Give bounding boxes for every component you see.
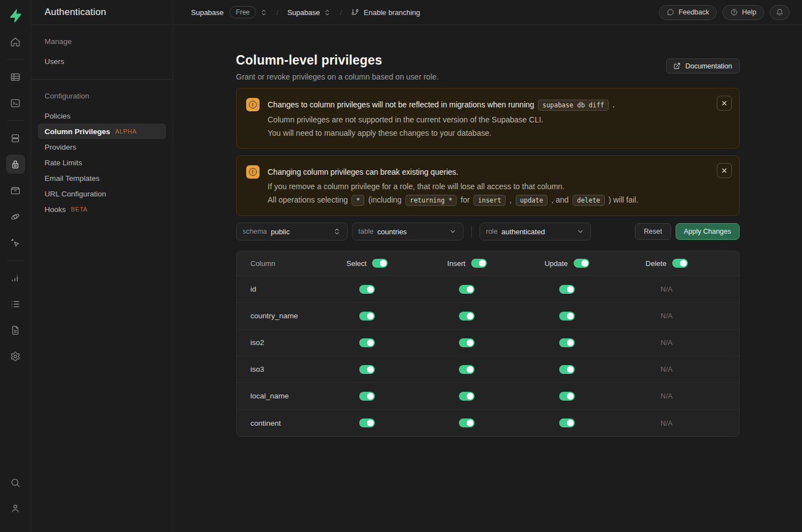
select-toggle[interactable] <box>359 365 375 374</box>
table-select[interactable]: table countries <box>352 223 463 240</box>
table-header-row: Column Select Insert Update <box>237 251 739 276</box>
update-toggle[interactable] <box>559 312 575 321</box>
delete-na: N/A <box>661 285 673 293</box>
delete-na: N/A <box>661 338 673 347</box>
filter-bar: schema public table countries <box>236 223 740 240</box>
main-area: Supabase Free / Supabase / Enable branch… <box>173 0 802 532</box>
sidebar-item-hooks[interactable]: Hooks BETA <box>38 201 166 217</box>
help-button[interactable]: Help <box>722 5 764 20</box>
warning-icon: ! <box>246 165 260 179</box>
banner-line: If you remove a column privilege for a r… <box>268 181 639 192</box>
banner-line: Column privileges are not supported in t… <box>268 114 615 125</box>
notifications-button[interactable] <box>770 5 790 20</box>
profile-icon[interactable] <box>6 499 25 518</box>
sidebar-nav: Manage Users Configuration Policies Colu… <box>31 25 173 229</box>
rail-divider <box>7 59 24 60</box>
insert-header: Insert <box>417 259 517 268</box>
insert-all-toggle[interactable] <box>471 259 487 268</box>
delete-na: N/A <box>661 365 673 373</box>
delete-na: N/A <box>661 312 673 320</box>
logs-icon[interactable] <box>6 294 25 313</box>
sidebar-item-column-privileges[interactable]: Column Privileges ALPHA <box>38 124 166 139</box>
realtime-icon[interactable] <box>6 233 25 252</box>
search-icon[interactable] <box>6 473 25 492</box>
topbar: Supabase Free / Supabase / Enable branch… <box>173 0 802 25</box>
table-editor-icon[interactable] <box>6 67 25 86</box>
chevron-down-icon <box>576 228 584 235</box>
documentation-button[interactable]: Documentation <box>666 58 739 73</box>
enable-branching-button[interactable]: Enable branching <box>351 8 420 17</box>
sql-editor-icon[interactable] <box>6 93 25 112</box>
section-heading-manage: Manage <box>38 37 166 46</box>
insert-toggle[interactable] <box>459 418 475 427</box>
insert-toggle[interactable] <box>459 338 475 347</box>
page-header: Column-level privileges Grant or revoke … <box>236 53 740 81</box>
settings-icon[interactable] <box>6 347 25 366</box>
select-toggle[interactable] <box>359 392 375 401</box>
update-toggle[interactable] <box>559 392 575 401</box>
delete-na: N/A <box>661 392 673 400</box>
insert-toggle[interactable] <box>459 365 475 374</box>
table-row: country_name N/A <box>237 303 739 329</box>
home-icon[interactable] <box>6 32 25 51</box>
sidebar-item-email-templates[interactable]: Email Templates <box>38 170 166 186</box>
update-toggle[interactable] <box>559 418 575 427</box>
sidebar-divider <box>31 79 173 80</box>
section-heading-configuration: Configuration <box>38 92 166 100</box>
chevrons-up-down-icon <box>333 228 341 235</box>
apply-changes-button[interactable]: Apply Changes <box>676 223 740 240</box>
authentication-icon[interactable] <box>6 155 25 174</box>
breadcrumb-project[interactable]: Supabase <box>287 8 320 17</box>
select-toggle[interactable] <box>359 418 375 427</box>
chevrons-up-down-icon[interactable] <box>324 9 331 16</box>
privileges-table: Column Select Insert Update <box>236 250 740 437</box>
column-header: Column <box>251 259 317 268</box>
sidebar-item-providers[interactable]: Providers <box>38 139 166 155</box>
external-link-icon <box>673 62 681 70</box>
cli-warning-banner: ! Changes to column privileges will not … <box>236 88 740 149</box>
insert-toggle[interactable] <box>459 392 475 401</box>
plan-badge[interactable]: Free <box>229 6 257 18</box>
edge-functions-icon[interactable] <box>6 207 25 226</box>
close-icon[interactable] <box>717 96 732 111</box>
select-toggle[interactable] <box>359 312 375 321</box>
select-toggle[interactable] <box>359 285 375 294</box>
content-inner: Column-level privileges Grant or revoke … <box>236 25 740 459</box>
delete-header: Delete <box>617 259 716 268</box>
sidebar-item-users[interactable]: Users <box>38 53 166 69</box>
rail-bottom-group <box>6 473 25 524</box>
select-toggle[interactable] <box>359 338 375 347</box>
update-toggle[interactable] <box>559 338 575 347</box>
feedback-button[interactable]: Feedback <box>659 5 717 20</box>
api-docs-icon[interactable] <box>6 321 25 339</box>
update-header: Update <box>517 259 617 268</box>
content-scroll[interactable]: Column-level privileges Grant or revoke … <box>173 25 802 532</box>
update-all-toggle[interactable] <box>574 259 589 268</box>
delete-all-toggle[interactable] <box>672 259 688 268</box>
schema-select[interactable]: schema public <box>236 223 348 240</box>
bell-icon <box>776 8 784 16</box>
chevrons-up-down-icon[interactable] <box>260 9 267 16</box>
chevron-down-icon <box>449 228 457 235</box>
update-toggle[interactable] <box>559 285 575 294</box>
close-icon[interactable] <box>717 163 732 178</box>
banner-line: You will need to manually apply these ch… <box>268 127 615 139</box>
sidebar-item-url-configuration[interactable]: URL Configuration <box>38 186 166 201</box>
reports-icon[interactable] <box>6 268 25 287</box>
database-icon[interactable] <box>6 129 25 147</box>
select-all-toggle[interactable] <box>372 259 388 268</box>
breadcrumb-org[interactable]: Supabase <box>191 8 224 17</box>
reset-button[interactable]: Reset <box>635 223 671 240</box>
table-row: iso2 N/A <box>237 329 739 356</box>
sidebar-item-rate-limits[interactable]: Rate Limits <box>38 155 166 170</box>
update-toggle[interactable] <box>559 365 575 374</box>
insert-toggle[interactable] <box>459 312 475 321</box>
storage-icon[interactable] <box>6 181 25 200</box>
breadcrumb-separator: / <box>276 8 278 17</box>
role-select[interactable]: role authenticated <box>480 223 591 240</box>
beta-badge: BETA <box>71 206 87 213</box>
sidebar-item-policies[interactable]: Policies <box>38 108 166 124</box>
git-branch-icon <box>351 8 359 17</box>
insert-toggle[interactable] <box>459 285 475 294</box>
supabase-logo[interactable] <box>6 6 26 26</box>
